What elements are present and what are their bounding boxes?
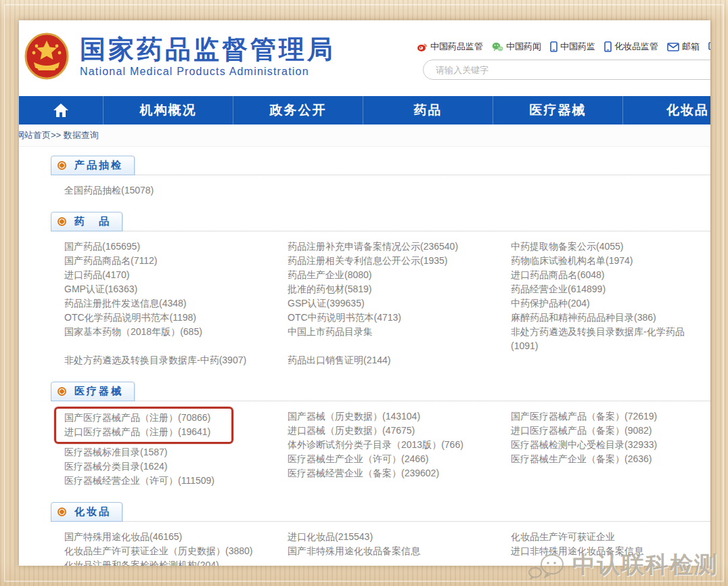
site-title-block: 国家药品监督管理局 National Medical Products Admi… bbox=[80, 35, 336, 78]
data-link[interactable]: GSP认证(399635) bbox=[288, 298, 365, 309]
data-link[interactable]: 进口非特殊用途化妆品备案信息 bbox=[511, 545, 643, 556]
data-link[interactable]: 国产医疗器械产品（备案）(72619) bbox=[511, 411, 657, 422]
data-link[interactable]: 中国上市药品目录集 bbox=[288, 326, 373, 337]
nav-home[interactable] bbox=[19, 96, 104, 125]
data-link[interactable]: 医疗器械经营企业（备案）(239602) bbox=[288, 468, 439, 478]
data-link[interactable]: 国家基本药物（2018年版）(685) bbox=[64, 326, 202, 337]
data-link[interactable]: 进口器械（历史数据）(47675) bbox=[288, 425, 415, 436]
data-link[interactable]: 国产医疗器械产品（注册）(70866) bbox=[64, 412, 210, 423]
data-link[interactable]: 化妆品生产许可获证企业（历史数据）(3880) bbox=[64, 545, 252, 556]
data-link[interactable]: 中药提取物备案公示(4055) bbox=[511, 241, 623, 252]
quick-link-政[interactable]: 政 bbox=[708, 41, 710, 53]
site-brand: 国家药品监督管理局 National Medical Products Admi… bbox=[24, 32, 336, 80]
table-row: 中国上市药品目录集 bbox=[288, 325, 511, 339]
data-link[interactable]: 国产非特殊用途化妆品备案信息 bbox=[288, 545, 420, 556]
table-row: 医疗器械生产企业（备案）(2636) bbox=[511, 452, 710, 466]
section-tab-row: 产品抽检 bbox=[51, 155, 710, 175]
nav-item-医疗器械[interactable]: 医疗器械 bbox=[493, 96, 623, 125]
section-column-2: 国产医疗器械产品（备案）(72619)进口医疗器械产品（备案）(9082)医疗器… bbox=[511, 409, 710, 488]
section-column-1: 进口化妆品(215543)国产非特殊用途化妆品备案信息 bbox=[288, 530, 511, 566]
section-3: 化妆品国产特殊用途化妆品(46165)化妆品生产许可获证企业（历史数据）(388… bbox=[51, 501, 710, 566]
data-link[interactable]: 医疗器械生产企业（许可）(2466) bbox=[288, 453, 428, 464]
quick-link-中国药品监管[interactable]: 中国药品监管 bbox=[417, 41, 483, 53]
table-row: GMP认证(16363) bbox=[64, 282, 288, 296]
site-subtitle: National Medical Products Administration bbox=[80, 66, 336, 78]
table-row: 进口药品(4170) bbox=[64, 268, 288, 282]
table-row: 药品注册相关专利信息公开公示(1935) bbox=[288, 254, 511, 268]
data-link[interactable]: 非处方药遴选及转换目录数据库-中药(3907) bbox=[64, 355, 246, 365]
quick-link-邮箱[interactable]: 邮箱 bbox=[667, 41, 700, 53]
data-link[interactable]: 批准的药包材(5819) bbox=[288, 284, 371, 294]
data-link[interactable]: OTC中药说明书范本(4713) bbox=[288, 312, 401, 323]
section-tab-row: 化妆品 bbox=[51, 501, 710, 522]
table-row: OTC中药说明书范本(4713) bbox=[288, 311, 511, 325]
highlight-box: 国产医疗器械产品（注册）(70866)进口医疗器械产品（注册）(19641) bbox=[54, 407, 233, 444]
data-link[interactable]: 进口医疗器械产品（备案）(9082) bbox=[511, 425, 652, 436]
data-link[interactable]: 医疗器械标准目录(1587) bbox=[64, 447, 167, 457]
data-link[interactable]: 医疗器械分类目录(1624) bbox=[64, 461, 167, 472]
data-link[interactable]: 化妆品生产许可获证企业 bbox=[511, 531, 615, 542]
section-1: 药 品国产药品(165695)国产药品商品名(7112)进口药品(4170)GM… bbox=[51, 211, 710, 371]
table-row: 化妆品生产许可获证企业（历史数据）(3880) bbox=[64, 544, 288, 558]
nav-item-机构概况[interactable]: 机构概况 bbox=[104, 96, 233, 125]
data-link[interactable]: 进口药品商品名(6048) bbox=[511, 269, 604, 280]
data-link[interactable]: 医疗器械经营企业（许可）(111509) bbox=[64, 475, 214, 486]
nav-item-药品[interactable]: 药品 bbox=[363, 96, 493, 125]
browser-page: 国家药品监督管理局 National Medical Products Admi… bbox=[19, 20, 710, 566]
site-header: 国家药品监督管理局 National Medical Products Admi… bbox=[19, 20, 710, 96]
monitor-icon bbox=[708, 42, 710, 52]
data-link[interactable]: GMP认证(16363) bbox=[64, 284, 137, 294]
data-link[interactable]: OTC化学药品说明书范本(1198) bbox=[64, 312, 196, 323]
main-nav: 机构概况政务公开药品医疗器械化妆品 bbox=[19, 96, 710, 125]
data-link[interactable]: 国产药品(165695) bbox=[64, 241, 140, 252]
data-link[interactable]: 进口药品(4170) bbox=[64, 269, 129, 280]
table-row: 国产药品(165695) bbox=[64, 240, 288, 254]
section-column-1 bbox=[288, 183, 511, 198]
data-link[interactable]: 药品注册相关专利信息公开公示(1935) bbox=[288, 255, 447, 266]
mobile-icon bbox=[550, 41, 558, 52]
data-link[interactable]: 麻醉药品和精神药品品种目录(386) bbox=[511, 312, 656, 323]
data-link[interactable]: 进口化妆品(215543) bbox=[288, 531, 373, 542]
table-row: 进口非特殊用途化妆品备案信息 bbox=[511, 544, 710, 558]
data-link[interactable]: 体外诊断试剂分类子目录（2013版）(766) bbox=[288, 439, 463, 450]
data-link[interactable]: 国产药品商品名(7112) bbox=[64, 255, 157, 266]
quick-link-label: 邮箱 bbox=[682, 41, 700, 53]
data-link[interactable]: 药品出口销售证明(2144) bbox=[288, 355, 390, 365]
data-link[interactable]: 中药保护品种(204) bbox=[511, 298, 590, 309]
section-column-0: 国产药品(165695)国产药品商品名(7112)进口药品(4170)GMP认证… bbox=[64, 240, 288, 367]
data-link[interactable]: 非处方药遴选及转换目录数据库-化学药品 (1091) bbox=[511, 326, 685, 351]
table-row: 药品注册补充申请备案情况公示(236540) bbox=[288, 240, 511, 254]
search-input[interactable] bbox=[423, 60, 710, 80]
quick-link-化妆品监管[interactable]: 化妆品监管 bbox=[604, 41, 658, 53]
section-column-0: 全国药品抽检(15078) bbox=[64, 183, 288, 198]
data-link[interactable]: 化妆品注册和备案检验检测机构(204) bbox=[64, 560, 219, 566]
table-row: 药品经营企业(614899) bbox=[511, 282, 710, 296]
data-link[interactable]: 国产特殊用途化妆品(46165) bbox=[64, 531, 182, 542]
quick-link-中国药监[interactable]: 中国药监 bbox=[550, 41, 595, 53]
data-link[interactable]: 药物临床试验机构名单(1974) bbox=[511, 255, 633, 266]
data-link[interactable]: 医疗器械检测中心受检目录(32933) bbox=[511, 439, 657, 450]
nav-item-政务公开[interactable]: 政务公开 bbox=[233, 96, 363, 125]
data-link[interactable]: 医疗器械生产企业（备案）(2636) bbox=[511, 453, 652, 464]
table-row: 医疗器械生产企业（许可）(2466) bbox=[288, 452, 511, 466]
table-row: 进口药品商品名(6048) bbox=[511, 268, 710, 282]
data-link[interactable]: 药品经营企业(614899) bbox=[511, 284, 606, 294]
data-link[interactable]: 进口医疗器械产品（注册）(19641) bbox=[64, 426, 210, 437]
data-link[interactable]: 全国药品抽检(15078) bbox=[64, 185, 154, 196]
quick-link-中国药闻[interactable]: 中国药闻 bbox=[492, 41, 541, 53]
table-row: 进口医疗器械产品（注册）(19641) bbox=[64, 425, 231, 439]
quick-link-label: 中国药品监管 bbox=[430, 41, 483, 53]
table-row: 非处方药遴选及转换目录数据库-化学药品 (1091) bbox=[511, 325, 710, 353]
section-bullet-icon bbox=[58, 387, 66, 396]
table-row: 中药保护品种(204) bbox=[511, 296, 710, 311]
data-link[interactable]: 药品注册补充申请备案情况公示(236540) bbox=[288, 241, 458, 252]
table-row: 药品出口销售证明(2144) bbox=[288, 353, 511, 367]
table-row: 医疗器械检测中心受检目录(32933) bbox=[511, 438, 710, 452]
photo-frame: 国家药品监督管理局 National Medical Products Admi… bbox=[0, 0, 728, 586]
nav-item-化妆品[interactable]: 化妆品 bbox=[623, 96, 710, 125]
data-link[interactable]: 药品注册批件发送信息(4348) bbox=[64, 298, 186, 309]
quick-link-label: 中国药监 bbox=[560, 41, 595, 53]
data-link[interactable]: 药品生产企业(8080) bbox=[288, 269, 371, 280]
data-link[interactable]: 国产器械（历史数据）(143104) bbox=[288, 411, 420, 422]
table-row: 医疗器械分类目录(1624) bbox=[64, 459, 288, 474]
